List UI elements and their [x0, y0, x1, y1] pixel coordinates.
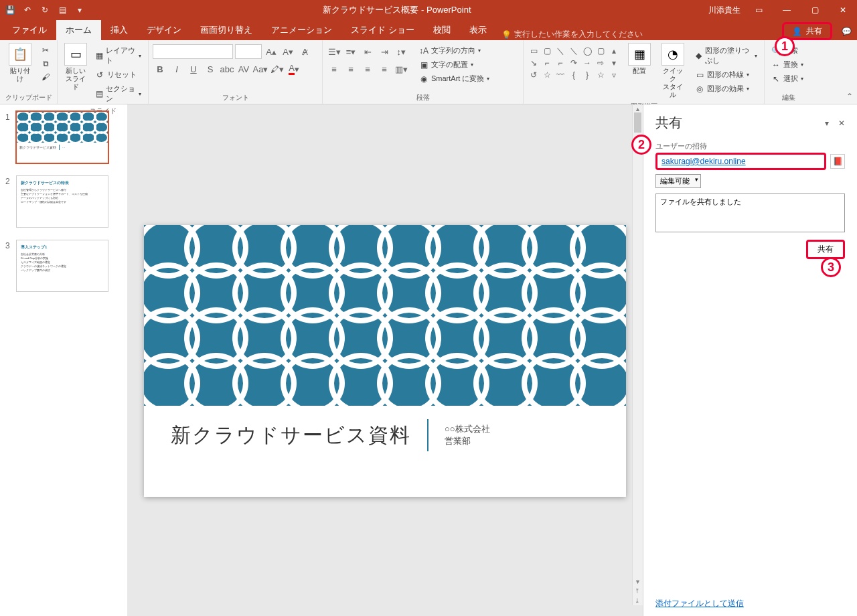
smartart-button[interactable]: ◉SmartArt に変換▾	[416, 72, 492, 85]
shape-icon[interactable]: ▢	[595, 46, 607, 56]
share-message-input[interactable]	[655, 194, 845, 232]
invite-email-input[interactable]: sakuragi@dekiru.online	[655, 153, 826, 170]
shape-icon[interactable]: ☆	[595, 70, 607, 80]
shadow-button[interactable]: abc	[220, 62, 234, 76]
slide-title-text[interactable]: 新クラウドサービス資料	[171, 422, 411, 449]
paste-button[interactable]: 📋 貼り付け	[4, 42, 35, 84]
indent-button[interactable]: ⇥	[377, 44, 392, 59]
justify-button[interactable]: ≡	[377, 62, 392, 76]
copy-button[interactable]: ⧉	[38, 58, 53, 70]
font-size-select[interactable]	[235, 44, 262, 59]
tab-slideshow[interactable]: スライド ショー	[341, 20, 424, 40]
arrange-button[interactable]: ▦配置	[625, 42, 653, 76]
pane-menu-icon[interactable]: ▾	[825, 119, 829, 128]
shape-icon[interactable]: ↘	[528, 58, 540, 68]
case-button[interactable]: Aa▾	[253, 62, 268, 76]
shape-icon[interactable]: ↷	[568, 58, 580, 68]
bold-button[interactable]: B	[153, 62, 167, 76]
section-button[interactable]: ▤セクション▾	[92, 82, 144, 105]
format-painter-button[interactable]: 🖌	[38, 71, 53, 83]
ribbon-display-icon[interactable]: ▭	[749, 0, 769, 20]
scrollbar-thumb[interactable]	[634, 112, 641, 133]
shape-icon[interactable]: }	[581, 70, 593, 80]
shape-icon[interactable]: ＼	[554, 46, 566, 56]
user-name[interactable]: 川添貴生	[708, 5, 741, 16]
strike-button[interactable]: S	[203, 62, 218, 76]
new-slide-button[interactable]: ▭ 新しい スライド	[62, 42, 90, 92]
collapse-ribbon-icon[interactable]: ⌃	[846, 92, 853, 101]
columns-button[interactable]: ▥▾	[394, 62, 408, 76]
address-book-icon[interactable]: 📕	[830, 154, 845, 169]
highlight-button[interactable]: 🖍▾	[270, 62, 285, 76]
slide-canvas[interactable]: 新クラウドサービス資料 ○○株式会社 営業部	[144, 225, 626, 497]
shape-icon[interactable]: {	[568, 70, 580, 80]
thumbnail-slide-3[interactable]: 導入ステップ1 自社会計業務の分析 Fit and Gap分析の実施 カスタマイ…	[16, 240, 108, 292]
shapes-gallery[interactable]: ▭▢＼＼◯▢▴ ↘⌐⌐↷→⇨▾ ↺☆〰{}☆▿	[528, 46, 620, 80]
shape-icon[interactable]: ▢	[541, 46, 553, 56]
share-top-button[interactable]: 👤共有 1	[782, 22, 832, 40]
decrease-font-icon[interactable]: A▾	[281, 44, 295, 59]
pane-close-icon[interactable]: ✕	[838, 119, 845, 128]
shape-icon[interactable]: ◯	[581, 46, 593, 56]
comments-top-icon[interactable]: 💬	[836, 23, 857, 40]
italic-button[interactable]: I	[169, 62, 184, 76]
tab-design[interactable]: デザイン	[137, 20, 191, 40]
increase-font-icon[interactable]: A▴	[264, 44, 279, 59]
close-icon[interactable]: ✕	[833, 0, 853, 20]
prev-slide-icon[interactable]: ⤒	[632, 587, 642, 596]
tab-insert[interactable]: 挿入	[101, 20, 137, 40]
shape-icon[interactable]: →	[581, 58, 593, 68]
align-center-button[interactable]: ≡	[343, 62, 358, 76]
shape-icon[interactable]: ⌐	[541, 58, 553, 68]
slide-subtitle[interactable]: ○○株式会社 営業部	[445, 423, 490, 447]
next-slide-icon[interactable]: ⤓	[632, 596, 642, 605]
shape-fill-button[interactable]: ◆図形の塗りつぶし▾	[692, 44, 760, 67]
tab-review[interactable]: 校閲	[424, 20, 460, 40]
shape-icon[interactable]: ⌐	[554, 58, 566, 68]
replace-button[interactable]: ↔置換▾	[769, 58, 806, 71]
spacing-button[interactable]: AV	[236, 62, 251, 76]
permission-select[interactable]: 編集可能	[655, 174, 701, 188]
line-spacing-button[interactable]: ↕▾	[394, 44, 408, 59]
tab-home[interactable]: ホーム	[56, 20, 101, 40]
numbering-button[interactable]: ≡▾	[343, 44, 358, 59]
select-button[interactable]: ↖選択▾	[769, 72, 806, 85]
shape-icon[interactable]: ▴	[608, 46, 620, 56]
align-left-button[interactable]: ≡	[327, 62, 341, 76]
shape-icon[interactable]: ▭	[528, 46, 540, 56]
undo-icon[interactable]: ↶	[21, 4, 33, 16]
redo-icon[interactable]: ↻	[39, 4, 51, 16]
tab-view[interactable]: 表示	[460, 20, 496, 40]
share-submit-button[interactable]: 共有	[806, 240, 845, 259]
vertical-scrollbar[interactable]: ▲ ▼ ⤒ ⤓	[632, 104, 643, 605]
underline-button[interactable]: U	[186, 62, 201, 76]
tab-animations[interactable]: アニメーション	[262, 20, 341, 40]
clear-format-icon[interactable]: A̷	[297, 44, 312, 59]
reset-button[interactable]: ↺リセット	[92, 68, 144, 81]
shape-icon[interactable]: ↺	[528, 70, 540, 80]
shape-outline-button[interactable]: ▭図形の枠線▾	[692, 68, 760, 81]
send-as-attachment-link[interactable]: 添付ファイルとして送信	[655, 598, 744, 609]
quick-styles-button[interactable]: ◔クイック スタイル	[659, 42, 687, 100]
bullets-button[interactable]: ☰▾	[327, 44, 341, 59]
text-direction-button[interactable]: ↕A文字列の方向▾	[416, 44, 492, 57]
shape-icon[interactable]: ▾	[608, 58, 620, 68]
shape-icon[interactable]: ☆	[541, 70, 553, 80]
align-right-button[interactable]: ≡	[360, 62, 375, 76]
tab-transitions[interactable]: 画面切り替え	[191, 20, 262, 40]
font-color-button[interactable]: A▾	[287, 62, 301, 76]
thumbnail-slide-2[interactable]: 新クラウドサービスの特長 自社管理からクラウドサービスへ移行 主要なアプリケーシ…	[16, 175, 108, 228]
cut-button[interactable]: ✂	[38, 44, 53, 56]
shape-icon[interactable]: ▿	[608, 70, 620, 80]
layout-button[interactable]: ▦レイアウト▾	[92, 44, 144, 67]
shape-icon[interactable]: 〰	[554, 70, 566, 80]
shape-effects-button[interactable]: ◎図形の効果▾	[692, 82, 760, 95]
align-text-button[interactable]: ▣文字の配置▾	[416, 58, 492, 71]
scroll-down-icon[interactable]: ▼	[633, 577, 643, 587]
save-icon[interactable]: 💾	[4, 4, 16, 16]
shape-icon[interactable]: ⇨	[595, 58, 607, 68]
qat-more-icon[interactable]: ▾	[74, 4, 86, 16]
slide-editor[interactable]: 新クラウドサービス資料 ○○株式会社 営業部 ▲ ▼ ⤒ ⤓	[127, 104, 643, 616]
outdent-button[interactable]: ⇤	[360, 44, 375, 59]
tab-file[interactable]: ファイル	[3, 20, 56, 40]
